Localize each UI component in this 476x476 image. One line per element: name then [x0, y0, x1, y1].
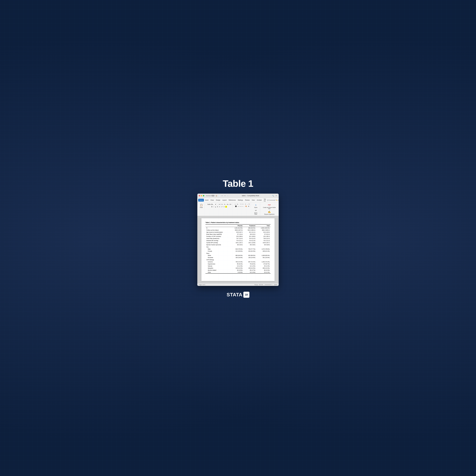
cell-label: Alcohol related — [205, 269, 230, 271]
autosave-toggle[interactable]: OFF — [211, 195, 214, 196]
cell-treatment: 969 (48.4%) — [243, 227, 256, 229]
shading-btn[interactable]: 🎨 — [245, 205, 247, 207]
table-row: White866 (84.0%)833 (86.0%)1,699 (85.0%) — [205, 255, 271, 256]
decrease-indent-btn[interactable]: ⇤ — [242, 203, 244, 205]
cell-label: White — [205, 255, 230, 256]
zoom-slider[interactable] — [265, 285, 272, 285]
table-title: Table 1: Patient characteristics by trea… — [205, 222, 271, 223]
ribbon-font-group: Calibri (Bo... 11 A↑ A↓ Aa A✕ B I U S x₂… — [205, 203, 233, 208]
cell-placebo: 78.7 (12.4) — [230, 238, 243, 239]
menu-review[interactable]: Review — [244, 199, 251, 202]
create-share-pdf-button[interactable]: PDF Create and Share Adobe PDF — [262, 203, 277, 210]
menu-insert[interactable]: Insert — [204, 199, 209, 202]
show-hide-btn[interactable]: ¶ — [248, 203, 250, 205]
cell-label: N — [205, 227, 230, 229]
table-header-row: Placebo Treatment Total — [205, 224, 271, 227]
menu-mailings[interactable]: Mailings — [237, 199, 244, 202]
menu-layout[interactable]: Layout — [221, 199, 227, 202]
document-area: Table 1: Patient characteristics by trea… — [197, 216, 279, 283]
zoom-plus-icon[interactable]: + — [272, 284, 273, 285]
more-icon[interactable]: ··· — [226, 195, 229, 197]
share-window-icon[interactable]: ⬆ — [275, 195, 277, 197]
align-center-btn[interactable]: ≡ — [238, 205, 239, 207]
table-row: Ischemic745 (72.3%)697 (72.2%)1,442 (72.… — [205, 261, 271, 263]
cell-treatment: 753 (77.7%) — [243, 248, 256, 250]
italic-btn[interactable]: I — [213, 206, 214, 208]
autosave-label: AutoSave — [206, 195, 211, 196]
search-icon[interactable]: 🔍 — [272, 195, 274, 197]
home-icon[interactable]: 🏠 — [215, 195, 218, 197]
cell-label: Body Mass Index (kg/M*M) — [205, 233, 230, 235]
traffic-lights — [199, 195, 204, 196]
font-name-select[interactable]: Calibri (Bo... — [206, 203, 217, 205]
superscript-btn[interactable]: x² — [221, 206, 223, 208]
redo-icon[interactable]: ↪ — [224, 195, 226, 197]
subscript-btn[interactable]: x₂ — [219, 206, 221, 208]
increase-indent-btn[interactable]: ⇥ — [244, 203, 246, 205]
request-signatures-button[interactable]: ✍ Request Signatures — [264, 210, 275, 215]
page-info: Page 1 of 1 — [199, 284, 205, 285]
menu-home[interactable]: Home — [198, 199, 204, 202]
menu-references[interactable]: References — [228, 199, 237, 202]
zoom-minus-icon[interactable]: − — [264, 284, 264, 285]
styles-pane-button[interactable]: ≡A Styles Pane — [252, 209, 259, 215]
minimize-button[interactable] — [201, 195, 202, 196]
maximize-button[interactable] — [203, 195, 204, 196]
line-spacing-btn[interactable]: ↕ — [243, 205, 245, 207]
paste-button[interactable]: 📋 Paste — [199, 203, 204, 208]
font-shrink-btn[interactable]: A↓ — [224, 203, 226, 205]
undo-icon[interactable]: ↩ — [221, 195, 223, 197]
close-button[interactable] — [199, 195, 200, 196]
cell-placebo: 866 (84.0%) — [230, 255, 243, 256]
cell-total: 78.6 (12.4) — [256, 238, 271, 239]
cell-total: 28.3 (8.8) — [256, 244, 271, 246]
window-actions: 🔍 ⬆ — [272, 195, 277, 197]
sort-btn[interactable]: ↕ — [246, 203, 248, 205]
ribbon-styles-group: A Styles ≡A Styles Pane — [252, 203, 260, 215]
justify-btn[interactable]: ≡ — [241, 205, 243, 207]
cell-label: Duration of CHF (months) — [205, 235, 230, 238]
font-size-select[interactable]: 11 — [217, 203, 221, 205]
menu-draw[interactable]: Draw — [210, 199, 215, 202]
cell-total: 301 (15.0%) — [256, 256, 271, 258]
strikethrough-btn[interactable]: S — [217, 206, 218, 208]
cell-placebo: 1,031 (51.5%) — [230, 227, 243, 229]
document-page: Table 1: Patient characteristics by trea… — [201, 218, 275, 281]
table-row: Nonwhite165 (16.0%)136 (14.0%)301 (15.0%… — [205, 256, 271, 258]
stata-text: STATA — [227, 292, 242, 298]
highlight-btn[interactable]: A — [225, 206, 227, 208]
align-right-btn[interactable]: ≡ — [239, 205, 241, 207]
cell-treatment: 833 (86.0%) — [243, 255, 256, 256]
cell-label: Female — [205, 250, 230, 252]
autosave-area: AutoSave OFF — [206, 195, 214, 196]
menu-view[interactable]: View — [251, 199, 256, 202]
change-case-btn[interactable]: Aa — [226, 203, 229, 205]
clear-format-btn[interactable]: A✕ — [229, 203, 232, 205]
comments-button[interactable]: 💬 Comments — [267, 199, 275, 201]
numbering-btn[interactable]: 1≡ — [236, 203, 239, 205]
cell-placebo: 745 (72.3%) — [230, 261, 243, 263]
bold-btn[interactable]: B — [211, 206, 213, 208]
menu-design[interactable]: Design — [215, 199, 221, 202]
editing-icon: ✏️ — [276, 199, 277, 201]
cell-total: 125.6 (19.7) — [256, 242, 271, 244]
editing-button[interactable]: ✏️ Editing — [276, 199, 279, 201]
cell-label: Male — [205, 248, 230, 250]
menu-acrobat[interactable]: Acrobat — [256, 199, 263, 202]
table-row: Other9 (0.9%)14 (1.4%)23 (1.2%) — [205, 271, 271, 273]
borders-btn[interactable]: ⊞ — [248, 205, 250, 207]
styles-button[interactable]: A Styles — [254, 203, 258, 208]
window-title: table1 – Compatibility Mode — [230, 195, 271, 197]
folder-icon[interactable]: 📄 — [218, 195, 221, 197]
align-left-btn[interactable]: ⬛ — [235, 205, 237, 207]
cell-placebo: 75.3 (11.1) — [230, 239, 243, 242]
bullets-btn[interactable]: ≡ — [234, 203, 236, 205]
cell-label: Heart Rate (beats/min) — [205, 238, 230, 239]
font-color-btn[interactable]: A — [223, 206, 225, 208]
underline-btn[interactable]: U — [215, 206, 216, 208]
menu-tell-me[interactable]: Tell me — [263, 198, 267, 202]
multilevel-btn[interactable]: ⋮≡ — [239, 203, 242, 205]
focus-label[interactable]: Focus — [255, 284, 258, 285]
font-grow-btn[interactable]: A↑ — [221, 203, 223, 205]
signature-icon: ✍ — [268, 210, 271, 213]
